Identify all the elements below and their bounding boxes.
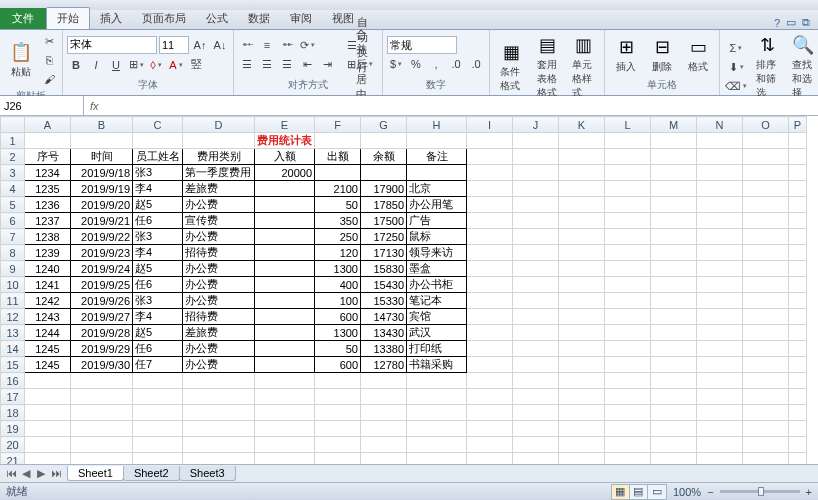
- cell[interactable]: [315, 133, 361, 149]
- cell[interactable]: [133, 405, 183, 421]
- cell[interactable]: [605, 277, 651, 293]
- cell[interactable]: 120: [315, 245, 361, 261]
- cell[interactable]: [255, 197, 315, 213]
- cell[interactable]: [361, 165, 407, 181]
- cell[interactable]: [467, 453, 513, 465]
- cell[interactable]: [559, 245, 605, 261]
- cell[interactable]: [467, 197, 513, 213]
- cell[interactable]: [559, 373, 605, 389]
- cell[interactable]: [789, 181, 807, 197]
- cell[interactable]: [467, 165, 513, 181]
- cell[interactable]: 250: [315, 229, 361, 245]
- cell[interactable]: [513, 229, 559, 245]
- align-bottom-button[interactable]: ⬵: [278, 36, 296, 54]
- cell[interactable]: [467, 309, 513, 325]
- cell[interactable]: [789, 261, 807, 277]
- col-header[interactable]: N: [697, 117, 743, 133]
- cell[interactable]: 招待费: [183, 245, 255, 261]
- cell[interactable]: [71, 405, 133, 421]
- cell[interactable]: 武汉: [407, 325, 467, 341]
- cell[interactable]: [255, 341, 315, 357]
- cell[interactable]: 墨盒: [407, 261, 467, 277]
- cell[interactable]: [743, 213, 789, 229]
- cell[interactable]: [25, 453, 71, 465]
- font-name-select[interactable]: [67, 36, 157, 54]
- cell[interactable]: [559, 213, 605, 229]
- cell[interactable]: 1241: [25, 277, 71, 293]
- cell[interactable]: [743, 453, 789, 465]
- cell[interactable]: [255, 309, 315, 325]
- cell[interactable]: 13430: [361, 325, 407, 341]
- cell[interactable]: [513, 437, 559, 453]
- find-select-button[interactable]: 🔍查找和选择: [786, 32, 818, 102]
- cell[interactable]: [605, 261, 651, 277]
- cell[interactable]: [651, 149, 697, 165]
- cell[interactable]: 任6: [133, 341, 183, 357]
- cell[interactable]: [467, 437, 513, 453]
- cell[interactable]: [467, 357, 513, 373]
- align-left-button[interactable]: ☰: [238, 55, 256, 73]
- percent-button[interactable]: %: [407, 55, 425, 73]
- cell[interactable]: [255, 325, 315, 341]
- cell[interactable]: 办公费: [183, 341, 255, 357]
- cell[interactable]: 15430: [361, 277, 407, 293]
- cell[interactable]: [743, 373, 789, 389]
- cell[interactable]: [183, 133, 255, 149]
- col-header[interactable]: A: [25, 117, 71, 133]
- cell[interactable]: 1236: [25, 197, 71, 213]
- cell[interactable]: [255, 453, 315, 465]
- cell[interactable]: [743, 261, 789, 277]
- cell[interactable]: [133, 373, 183, 389]
- cell[interactable]: [559, 149, 605, 165]
- cell[interactable]: 2019/9/22: [71, 229, 133, 245]
- cell[interactable]: 50: [315, 341, 361, 357]
- table-format-button[interactable]: ▤套用 表格格式: [530, 32, 564, 102]
- cell[interactable]: 2019/9/24: [71, 261, 133, 277]
- cell[interactable]: [513, 213, 559, 229]
- cell[interactable]: [183, 421, 255, 437]
- cell[interactable]: 赵5: [133, 197, 183, 213]
- cell[interactable]: [183, 437, 255, 453]
- cell[interactable]: [315, 405, 361, 421]
- col-header[interactable]: H: [407, 117, 467, 133]
- sheet-nav-first[interactable]: ⏮: [4, 467, 18, 480]
- row-header[interactable]: 2: [1, 149, 25, 165]
- cell[interactable]: [789, 277, 807, 293]
- cell[interactable]: [651, 309, 697, 325]
- delete-cells-button[interactable]: ⊟删除: [645, 34, 679, 76]
- cell[interactable]: 鼠标: [407, 229, 467, 245]
- cell[interactable]: [605, 437, 651, 453]
- tab-formula[interactable]: 公式: [196, 8, 238, 29]
- cell[interactable]: [743, 133, 789, 149]
- cell[interactable]: [407, 405, 467, 421]
- cell[interactable]: 2019/9/28: [71, 325, 133, 341]
- cell[interactable]: [789, 373, 807, 389]
- cell[interactable]: [651, 277, 697, 293]
- cell[interactable]: 张3: [133, 229, 183, 245]
- cell[interactable]: 2019/9/20: [71, 197, 133, 213]
- cond-format-button[interactable]: ▦条件格式: [494, 39, 528, 95]
- cell[interactable]: [255, 357, 315, 373]
- cell[interactable]: 李4: [133, 309, 183, 325]
- cell[interactable]: [255, 389, 315, 405]
- italic-button[interactable]: I: [87, 56, 105, 74]
- cell[interactable]: [255, 373, 315, 389]
- cell[interactable]: 差旅费: [183, 325, 255, 341]
- select-all-corner[interactable]: [1, 117, 25, 133]
- col-header[interactable]: G: [361, 117, 407, 133]
- cell[interactable]: [513, 373, 559, 389]
- cell[interactable]: [605, 357, 651, 373]
- cell[interactable]: [559, 357, 605, 373]
- cell[interactable]: [315, 165, 361, 181]
- cell[interactable]: [651, 357, 697, 373]
- cell[interactable]: 1245: [25, 357, 71, 373]
- cell[interactable]: [651, 133, 697, 149]
- cell[interactable]: [407, 389, 467, 405]
- row-header[interactable]: 14: [1, 341, 25, 357]
- cell[interactable]: 员工姓名: [133, 149, 183, 165]
- cell[interactable]: [651, 437, 697, 453]
- cell[interactable]: [133, 421, 183, 437]
- row-header[interactable]: 15: [1, 357, 25, 373]
- cell[interactable]: [789, 165, 807, 181]
- cell[interactable]: [605, 325, 651, 341]
